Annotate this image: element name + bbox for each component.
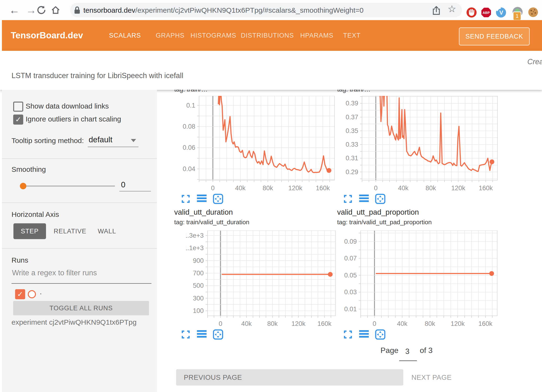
bookmark-star-icon[interactable]: ☆ xyxy=(448,3,456,14)
fullscreen-icon[interactable] xyxy=(181,194,192,204)
svg-text:100: 100 xyxy=(193,307,204,314)
cookie-extension-icon[interactable] xyxy=(528,7,539,19)
runs-filter-input[interactable] xyxy=(12,268,152,277)
smoothing-slider-thumb[interactable] xyxy=(20,183,26,189)
page-number-input[interactable] xyxy=(398,347,417,356)
adblocker-extension-icon[interactable] xyxy=(466,7,477,19)
show-download-links-label: Show data download links xyxy=(26,102,109,110)
run-checkbox[interactable]: ✓ xyxy=(15,289,25,299)
svg-text:80k: 80k xyxy=(267,320,278,327)
next-page-button[interactable]: NEXT PAGE xyxy=(411,369,452,386)
chart-tag: tag: train/valid_utt_duration xyxy=(174,219,249,226)
chart-top-left[interactable]: 040k80k120k160k0.040.060.080.1 xyxy=(178,96,335,193)
page-of-label: of 3 xyxy=(420,346,432,355)
forward-icon[interactable]: → xyxy=(26,3,36,17)
runs-label: Runs xyxy=(12,256,28,264)
svg-text:0.07: 0.07 xyxy=(344,255,357,262)
fullscreen-icon[interactable] xyxy=(343,194,354,204)
tab-distributions[interactable]: DISTRIBUTIONS xyxy=(241,20,294,51)
abp-extension-icon[interactable]: ABP xyxy=(481,7,491,19)
tooltip-sort-select[interactable]: default xyxy=(89,135,112,144)
experiment-title: LSTM transducer training for LibriSpeech… xyxy=(12,71,183,80)
tab-graphs[interactable]: GRAPHS xyxy=(156,20,185,51)
subheader: Crea LSTM transducer training for LibriS… xyxy=(0,51,542,90)
svg-text:0.37: 0.37 xyxy=(346,114,358,121)
fullscreen-icon[interactable] xyxy=(181,329,192,340)
chart-valid-utt-pad-proportion[interactable]: 040k80k120k160k0.010.030.050.070.09 xyxy=(339,231,498,329)
fullscreen-icon[interactable] xyxy=(343,329,354,340)
tooltip-sort-label: Tooltip sorting method: xyxy=(12,137,84,145)
svg-text:0: 0 xyxy=(211,184,215,192)
svg-text:0.1: 0.1 xyxy=(186,102,195,109)
back-icon[interactable]: ← xyxy=(9,3,20,17)
chart-toolbar xyxy=(343,329,386,340)
svg-text:160k: 160k xyxy=(316,184,330,192)
svg-text:0: 0 xyxy=(374,184,378,192)
chevron-down-icon[interactable] xyxy=(131,139,136,142)
tab-text[interactable]: TEXT xyxy=(343,20,361,51)
settings-sidebar: ✓ Show data download links ✓ Ignore outl… xyxy=(2,90,157,392)
svg-text:0.06: 0.06 xyxy=(183,144,195,151)
app-header: TensorBoard.dev SCALARS GRAPHS HISTOGRAM… xyxy=(2,20,542,51)
ignore-outliers-label: Ignore outliers in chart scaling xyxy=(26,115,121,123)
chart-title: valid_utt_duration xyxy=(174,208,233,217)
svg-text:0.39: 0.39 xyxy=(346,100,358,107)
svg-text:0.08: 0.08 xyxy=(183,123,195,130)
svg-text:700: 700 xyxy=(193,270,204,277)
chart-top-right[interactable]: 040k80k120k160k0.290.310.330.350.370.39 xyxy=(340,96,498,193)
run-selector-icon[interactable] xyxy=(197,194,208,204)
svg-text:40k: 40k xyxy=(235,184,246,192)
page-input-underline xyxy=(399,360,417,361)
axis-step-button[interactable]: STEP xyxy=(13,223,46,239)
toggle-all-runs-button[interactable]: TOGGLE ALL RUNS xyxy=(13,301,149,315)
smoothing-value[interactable]: 0 xyxy=(121,180,125,189)
url-text[interactable]: tensorboard.dev/experiment/cj2vtPiwQHKN9… xyxy=(83,6,363,14)
chart-toolbar xyxy=(343,194,386,204)
fit-domain-icon[interactable] xyxy=(375,194,386,204)
run-color-swatch[interactable] xyxy=(28,290,36,298)
svg-text:0: 0 xyxy=(373,320,376,327)
divider xyxy=(2,202,157,203)
v-extension-icon[interactable]: V xyxy=(496,7,506,19)
svg-text:0.33: 0.33 xyxy=(346,141,358,148)
fit-domain-icon[interactable] xyxy=(375,329,386,340)
fit-domain-icon[interactable] xyxy=(213,194,223,204)
share-icon[interactable] xyxy=(432,5,441,16)
run-selector-icon[interactable] xyxy=(359,194,370,204)
svg-text:80k: 80k xyxy=(263,184,273,192)
tensorboard-page: ← → ☆ tensorboard.dev/experiment/cj2vtPi… xyxy=(0,0,542,392)
svg-text:0.03: 0.03 xyxy=(344,288,357,296)
axis-relative-button[interactable]: RELATIVE xyxy=(54,228,86,235)
tab-scalars[interactable]: SCALARS xyxy=(109,20,141,51)
svg-text:300: 300 xyxy=(193,295,204,302)
svg-text:V: V xyxy=(499,9,503,16)
brand-logo[interactable]: TensorBoard.dev xyxy=(11,20,83,51)
svg-text:500: 500 xyxy=(193,282,204,289)
divider xyxy=(2,248,157,249)
smoothing-slider-track[interactable] xyxy=(24,185,115,187)
run-selector-icon[interactable] xyxy=(359,329,370,340)
run-name: . xyxy=(40,288,42,296)
chart-valid-utt-duration[interactable]: 040k80k120k160k1003005007009001.1e+31.3e… xyxy=(186,231,336,329)
reload-icon[interactable] xyxy=(36,5,46,16)
send-feedback-button[interactable]: SEND FEEDBACK xyxy=(459,27,530,46)
runs-filter-underline xyxy=(12,283,151,284)
svg-text:40k: 40k xyxy=(397,320,408,327)
smoothing-label: Smoothing xyxy=(12,165,46,173)
page-label: Page xyxy=(381,346,398,355)
axis-wall-button[interactable]: WALL xyxy=(98,228,116,235)
svg-text:120k: 120k xyxy=(451,184,465,192)
run-selector-icon[interactable] xyxy=(197,329,208,340)
ignore-outliers-checkbox[interactable]: ✓ xyxy=(13,115,23,125)
svg-text:1.1e+3: 1.1e+3 xyxy=(186,244,204,252)
tab-hparams[interactable]: HPARAMS xyxy=(300,20,334,51)
clipped-chart-tag: tag: train/… xyxy=(337,90,471,93)
extension-badge: 1 xyxy=(513,12,521,21)
show-download-links-checkbox[interactable]: ✓ xyxy=(13,102,23,112)
home-icon[interactable] xyxy=(51,5,60,16)
previous-page-button[interactable]: PREVIOUS PAGE xyxy=(176,369,403,386)
svg-text:ABP: ABP xyxy=(483,11,490,15)
tab-histograms[interactable]: HISTOGRAMS xyxy=(190,20,236,51)
fit-domain-icon[interactable] xyxy=(213,329,223,340)
experiment-id-label: experiment cj2vtPiwQHKN9Q1tx6PTpg xyxy=(12,318,137,326)
